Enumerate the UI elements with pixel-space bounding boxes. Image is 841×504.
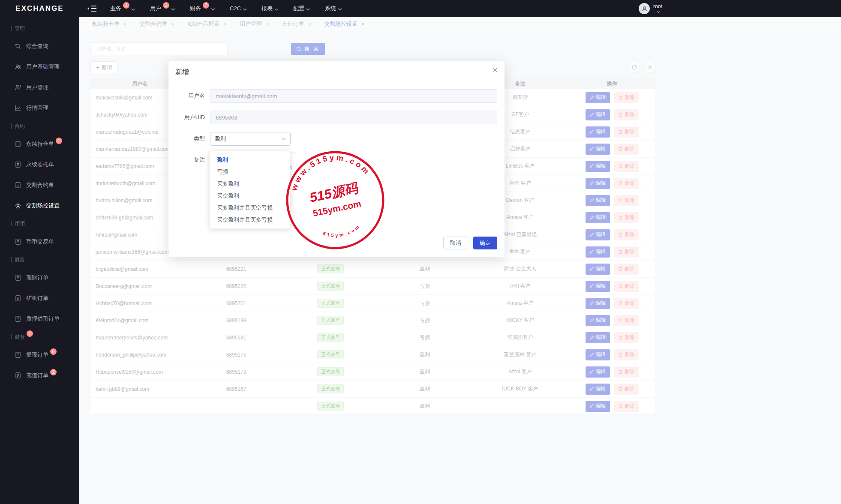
sidebar-item-行情管理[interactable]: 行情管理: [0, 98, 79, 118]
notification-badge: 1: [56, 138, 62, 144]
sidebar-item-交割合约单[interactable]: 交割合约单: [0, 175, 79, 195]
sidebar-item-理财订单[interactable]: 理财订单: [0, 267, 79, 288]
chevron-down-icon: [243, 8, 247, 11]
sidebar-group-label: 财富: [0, 252, 79, 267]
notification-badge: 1: [123, 2, 129, 9]
dropdown-option[interactable]: 盈利: [210, 154, 290, 166]
type-label: 类型: [168, 135, 205, 143]
doc-icon: [15, 182, 22, 189]
chevron-down-icon: [211, 8, 215, 11]
close-icon[interactable]: ×: [493, 66, 498, 74]
chevron-down-icon: [657, 11, 661, 13]
notification-badge: 7: [203, 2, 209, 9]
sidebar: EXCHANGE 管理 综合查询 用户基础管理 用户管理 行情管理 合约 永续持…: [0, 0, 79, 504]
dropdown-option[interactable]: 买多盈利并且买空亏损: [210, 202, 290, 214]
dropdown-option[interactable]: 买多盈利: [210, 178, 290, 190]
sidebar-item-综合查询[interactable]: 综合查询: [0, 36, 79, 57]
sidebar-item-永续持仓单[interactable]: 永续持仓单 1: [0, 134, 79, 154]
topnav-item-用户[interactable]: 用户 1: [150, 0, 175, 17]
notification-badge: 7: [27, 330, 33, 337]
type-dropdown: 盈利亏损买多盈利买空盈利买多盈利并且买空亏损买空盈利并且买多亏损: [210, 151, 290, 229]
topnav-item-系统[interactable]: 系统: [325, 0, 342, 17]
type-select-value: 盈利: [215, 135, 226, 143]
notification-badge: 2: [50, 369, 57, 375]
avatar: [639, 3, 650, 14]
username-label: 用户名: [168, 92, 205, 100]
topnav-item-财务[interactable]: 财务 7: [190, 0, 215, 17]
users-icon: [15, 63, 22, 71]
sidebar-item-充值订单[interactable]: 充值订单 2: [0, 365, 79, 386]
topnav-item-C2C[interactable]: C2C: [230, 0, 247, 17]
gear-icon: [15, 202, 22, 210]
chart-icon: [15, 105, 22, 112]
top-header: 业务 1 用户 1 财务 7 C2C 报表 配置 系统 root: [79, 0, 841, 17]
sidebar-item-用户管理[interactable]: 用户管理: [0, 77, 79, 98]
sidebar-item-用户基础管理[interactable]: 用户基础管理: [0, 57, 79, 77]
sidebar-group-label: 财务 7: [0, 329, 79, 345]
sidebar-menu: 管理 综合查询 用户基础管理 用户管理 行情管理 合约 永续持仓单 1 永续委托…: [0, 17, 79, 504]
type-select[interactable]: 盈利: [210, 132, 291, 146]
sidebar-item-币币交易单[interactable]: 币币交易单: [0, 231, 79, 252]
menu-collapse-button[interactable]: [87, 5, 97, 12]
dropdown-option[interactable]: 买空盈利并且买多亏损: [210, 214, 290, 226]
notification-badge: 1: [163, 2, 169, 9]
username-input: [210, 89, 497, 103]
confirm-button[interactable]: 确定: [473, 237, 497, 249]
cancel-button[interactable]: 取消: [443, 237, 468, 249]
chevron-down-icon: [306, 8, 310, 11]
chevron-down-icon: [171, 8, 175, 11]
doc-icon: [15, 161, 22, 168]
notification-badge: 5: [50, 348, 57, 355]
user-icon: [641, 6, 648, 12]
doc-icon: [15, 295, 22, 302]
search-icon: [15, 43, 22, 50]
uid-input: [210, 111, 497, 124]
uid-label: 用户UID: [168, 114, 205, 121]
topnav-item-业务[interactable]: 业务 1: [110, 0, 135, 17]
user-menu[interactable]: root: [639, 0, 662, 17]
dropdown-option[interactable]: 买空盈利: [210, 190, 290, 202]
topnav-item-报表[interactable]: 报表: [261, 0, 279, 17]
app-logo: EXCHANGE: [0, 0, 79, 17]
sidebar-item-矿机订单[interactable]: 矿机订单: [0, 288, 79, 309]
chevron-down-icon: [274, 8, 279, 11]
app-root: EXCHANGE 管理 综合查询 用户基础管理 用户管理 行情管理 合约 永续持…: [0, 0, 841, 504]
sidebar-group-label: 管理: [0, 21, 79, 36]
sidebar-item-交割场控设置[interactable]: 交割场控设置: [0, 195, 79, 216]
topnav-item-配置[interactable]: 配置: [293, 0, 310, 17]
doc-icon: [15, 372, 22, 379]
doc-icon: [15, 238, 22, 246]
sidebar-group-label: 币币: [0, 216, 79, 231]
doc-icon: [15, 315, 22, 323]
sidebar-item-提现订单[interactable]: 提现订单 5: [0, 345, 79, 365]
sidebar-item-质押借币订单[interactable]: 质押借币订单: [0, 309, 79, 329]
chevron-down-icon: [338, 8, 342, 11]
user-icon: [15, 84, 22, 91]
doc-icon: [15, 274, 22, 282]
top-navigation: 业务 1 用户 1 财务 7 C2C 报表 配置 系统: [110, 0, 342, 17]
sidebar-group-label: 合约: [0, 118, 79, 134]
dropdown-option[interactable]: 亏损: [210, 166, 290, 178]
doc-icon: [15, 351, 22, 359]
doc-icon: [15, 141, 22, 148]
dialog-title: 新增: [175, 68, 189, 77]
hamburger-icon: [87, 5, 97, 12]
remark-label: 备注: [168, 153, 205, 164]
chevron-down-icon: [282, 138, 286, 140]
user-name: root: [653, 4, 662, 9]
chevron-down-icon: [131, 8, 135, 11]
sidebar-item-永续委托单[interactable]: 永续委托单: [0, 154, 79, 175]
